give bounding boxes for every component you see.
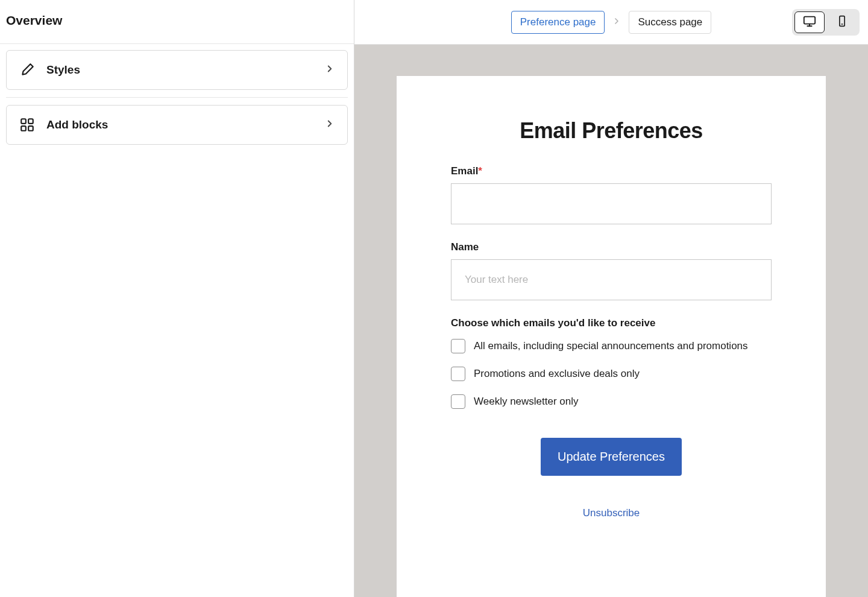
checkbox-newsletter[interactable]	[451, 394, 465, 409]
name-input[interactable]	[451, 259, 772, 300]
tab-preference-page[interactable]: Preference page	[511, 11, 605, 34]
tab-success-page[interactable]: Success page	[629, 11, 711, 34]
sidebar-divider	[6, 97, 348, 98]
svg-rect-7	[840, 16, 844, 27]
sidebar-body: Styles Add blocks	[0, 44, 354, 158]
chevron-right-icon	[324, 118, 335, 131]
svg-rect-2	[21, 126, 26, 131]
sidebar-item-label: Add blocks	[46, 118, 324, 131]
required-indicator: *	[478, 165, 482, 177]
field-name: Name	[451, 241, 772, 300]
canvas: Email Preferences Email* Name Choose whi…	[354, 45, 868, 597]
sidebar: Overview Styles	[0, 0, 354, 597]
choice-row: All emails, including special announceme…	[451, 339, 772, 353]
field-choices: Choose which emails you'd like to receiv…	[451, 317, 772, 409]
choice-text: All emails, including special announceme…	[474, 340, 748, 352]
mobile-icon	[836, 15, 848, 29]
field-email: Email*	[451, 165, 772, 224]
svg-rect-0	[21, 119, 26, 124]
unsubscribe-wrap: Unsubscribe	[451, 507, 772, 519]
device-desktop-button[interactable]	[794, 11, 825, 33]
checkbox-all-emails[interactable]	[451, 339, 465, 353]
sidebar-item-add-blocks[interactable]: Add blocks	[6, 105, 348, 145]
name-label: Name	[451, 241, 772, 253]
chevron-right-icon	[324, 63, 335, 77]
preview-card: Email Preferences Email* Name Choose whi…	[397, 76, 826, 597]
pencil-icon	[19, 62, 36, 78]
checkbox-promotions[interactable]	[451, 367, 465, 381]
page-title: Email Preferences	[451, 118, 772, 144]
blocks-icon	[19, 116, 36, 133]
svg-rect-1	[28, 119, 33, 124]
desktop-icon	[803, 14, 816, 30]
svg-rect-3	[28, 126, 33, 131]
sidebar-title: Overview	[6, 13, 348, 28]
svg-rect-4	[804, 17, 815, 24]
sidebar-item-styles[interactable]: Styles	[6, 50, 348, 90]
unsubscribe-link[interactable]: Unsubscribe	[583, 507, 640, 519]
page-switcher: Preference page Success page	[511, 11, 712, 34]
chevron-right-icon	[612, 16, 621, 28]
choice-text: Promotions and exclusive deals only	[474, 368, 640, 380]
device-toggle	[792, 9, 860, 36]
choice-row: Weekly newsletter only	[451, 394, 772, 409]
topbar: Preference page Success page	[354, 0, 868, 45]
email-label: Email*	[451, 165, 772, 177]
email-input[interactable]	[451, 183, 772, 224]
choice-row: Promotions and exclusive deals only	[451, 367, 772, 381]
choice-text: Weekly newsletter only	[474, 396, 579, 408]
sidebar-header: Overview	[0, 0, 354, 44]
device-mobile-button[interactable]	[827, 11, 857, 33]
choices-label: Choose which emails you'd like to receiv…	[451, 317, 772, 329]
main: Preference page Success page	[354, 0, 868, 597]
sidebar-item-label: Styles	[46, 63, 324, 77]
update-preferences-button[interactable]: Update Preferences	[541, 438, 682, 476]
submit-wrap: Update Preferences	[451, 438, 772, 476]
